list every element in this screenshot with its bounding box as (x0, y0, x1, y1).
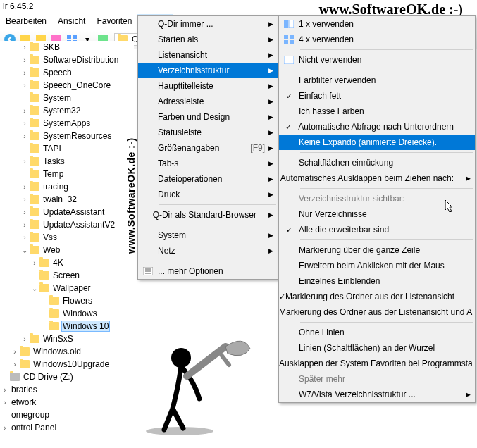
menu-item[interactable]: Q-Dir immer ...▶ (138, 16, 278, 32)
expand-icon[interactable]: › (20, 44, 30, 51)
menu-ansicht[interactable]: Ansicht (52, 14, 91, 28)
tree-item[interactable]: Windows (0, 307, 134, 320)
expand-icon[interactable]: › (20, 69, 30, 77)
menu-item[interactable]: ✓Einfach fett (279, 88, 475, 104)
tree-item[interactable]: ›SKB (0, 41, 134, 54)
expand-icon[interactable]: › (20, 82, 30, 89)
menu-item[interactable]: Automatisches Ausklappen beim Ziehen nac… (279, 170, 475, 186)
tree-item[interactable]: ›SystemApps (0, 117, 134, 130)
tree-item[interactable]: omegroup (0, 409, 134, 421)
tree-item[interactable]: ›tracing (0, 180, 134, 193)
expand-icon[interactable]: › (30, 259, 39, 267)
expand-icon[interactable]: › (20, 107, 30, 115)
menu-item[interactable]: Listenansicht▶ (138, 47, 278, 63)
folder-tree[interactable]: ›SKB›SoftwareDistribution›Speech›Speech_… (0, 41, 134, 434)
tree-item[interactable]: ›Speech_OneCore (0, 79, 134, 92)
expand-icon[interactable]: › (20, 221, 30, 229)
menu-item[interactable]: Farben und Design▶ (138, 109, 278, 125)
tree-item[interactable]: ›Speech (0, 66, 134, 79)
menu-item[interactable]: Haupttitelleiste▶ (138, 78, 278, 94)
tree-item[interactable]: System (0, 92, 134, 104)
menu-item[interactable]: Netz▶ (138, 243, 278, 259)
menu-item[interactable]: Dateioperationen▶ (138, 171, 278, 187)
menu-item[interactable]: Starten als▶ (138, 32, 278, 47)
menu-item[interactable]: Ohne Linien (279, 325, 475, 340)
menu-item[interactable]: Keine Expando (animierte Dreiecke). (279, 135, 475, 150)
tree-item[interactable]: ›Windows.old (0, 345, 134, 358)
menu-item[interactable]: Nicht verwenden (279, 52, 475, 68)
svg-rect-19 (284, 40, 288, 44)
collapse-icon[interactable]: ⌄ (20, 247, 30, 254)
expand-icon[interactable]: › (20, 56, 30, 64)
tree-item[interactable]: TAPI (0, 142, 134, 155)
tree-item[interactable]: ›braries (0, 383, 134, 396)
menu-label: System (158, 230, 265, 240)
expand-icon[interactable]: › (20, 196, 30, 204)
tree-label: tracing (42, 182, 70, 192)
tree-item[interactable]: ›ontrol Panel (0, 421, 134, 434)
tree-item[interactable]: ›Windows10Upgrade (0, 358, 134, 371)
expand-icon[interactable]: › (10, 348, 20, 356)
menu-item[interactable]: Markierung über die ganze Zeile (279, 242, 475, 258)
menu-item[interactable]: Farbfilter verwenden (279, 73, 475, 88)
expand-icon[interactable]: › (10, 361, 20, 368)
tree-item[interactable]: ›twain_32 (0, 193, 134, 206)
menu-item[interactable]: 1 x verwenden (279, 16, 475, 32)
expand-icon[interactable]: › (0, 386, 10, 394)
menu-item[interactable]: ... mehr Optionen (138, 263, 278, 279)
menu-item[interactable]: ✓Markierung des Ordner aus der Listenans… (279, 289, 475, 304)
expand-icon[interactable]: › (0, 399, 10, 406)
tree-item[interactable]: ›SystemResources (0, 130, 134, 142)
menu-bearbeiten[interactable]: Bearbeiten (0, 14, 52, 28)
menu-item[interactable]: Q-Dir als Standard-Browser▶ (138, 207, 278, 223)
menu-item[interactable]: Verzeichnisstruktur▶ (138, 63, 278, 78)
menu-item[interactable]: Tab-s▶ (138, 156, 278, 171)
menu-item[interactable]: Einzelnes Einblenden (279, 273, 475, 289)
tree-item[interactable]: ⌄Web (0, 244, 134, 256)
tree-item[interactable]: CD Drive (Z:) (0, 371, 134, 383)
menu-item[interactable]: Druck▶ (138, 187, 278, 202)
menu-item[interactable]: System▶ (138, 228, 278, 243)
tree-item[interactable]: ›WinSxS (0, 332, 134, 345)
menu-item[interactable]: Adressleiste▶ (138, 94, 278, 109)
tree-item[interactable]: ›UpdateAssistant (0, 206, 134, 218)
menu-item[interactable]: Markierung des Ordner aus der Listenansi… (279, 304, 475, 320)
tree-item[interactable]: ›Tasks (0, 155, 134, 168)
menu-item[interactable]: W7/Vista Verzeichnisstruktur ...▶ (279, 387, 475, 402)
tree-item[interactable]: ›4K (0, 256, 134, 269)
tree-item[interactable]: Temp (0, 168, 134, 180)
tree-item[interactable]: ›System32 (0, 104, 134, 117)
expand-icon[interactable]: › (20, 335, 30, 343)
tree-item[interactable]: ⌄Wallpaper (0, 282, 134, 294)
menu-item[interactable]: Größenangaben[F9]▶ (138, 140, 278, 156)
menu-item[interactable]: ✓Alle die erweiterbar sind (279, 222, 475, 237)
menu-item[interactable]: Ausklappen der System Favoriten bei Prog… (279, 356, 475, 371)
tree-item[interactable]: ›Vss (0, 231, 134, 244)
expand-icon[interactable]: › (20, 183, 30, 191)
expand-icon[interactable]: › (20, 158, 30, 166)
expand-icon[interactable]: › (0, 424, 10, 432)
expand-icon[interactable]: › (20, 234, 30, 242)
menu-favoriten[interactable]: Favoriten (91, 14, 137, 28)
expand-icon[interactable]: › (20, 120, 30, 127)
menu-item[interactable]: Statusleiste▶ (138, 125, 278, 140)
extras-menu[interactable]: Q-Dir immer ...▶Starten als▶Listenansich… (137, 15, 278, 280)
collapse-icon[interactable]: ⌄ (30, 285, 39, 292)
tree-item[interactable]: ›etwork (0, 396, 134, 409)
menu-label: 1 x verwenden (299, 19, 462, 29)
expand-icon[interactable]: › (20, 209, 30, 216)
tree-item[interactable]: Flowers (0, 294, 134, 307)
tree-item[interactable]: ›UpdateAssistantV2 (0, 218, 134, 231)
tree-item[interactable]: Screen (0, 269, 134, 282)
verzeichnisstruktur-submenu[interactable]: 1 x verwenden4 x verwendenNicht verwende… (278, 15, 476, 403)
menu-item[interactable]: Schaltflächen einrückung (279, 155, 475, 170)
tree-item[interactable]: Windows 10 (0, 320, 134, 332)
menu-item[interactable]: Ich hasse Farben (279, 104, 475, 119)
menu-item[interactable]: Linien (Schaltflächen) an der Wurzel (279, 340, 475, 356)
expand-icon[interactable]: › (20, 132, 30, 140)
tree-item[interactable]: ›SoftwareDistribution (0, 54, 134, 66)
menu-item[interactable]: ✓Automatische Abfrage nach Unterordnern (279, 119, 475, 135)
menu-item[interactable]: Nur Verzeichnisse (279, 206, 475, 222)
menu-item[interactable]: Erweitern beim Anklicken mit der Maus (279, 258, 475, 273)
menu-item[interactable]: 4 x verwenden (279, 32, 475, 47)
